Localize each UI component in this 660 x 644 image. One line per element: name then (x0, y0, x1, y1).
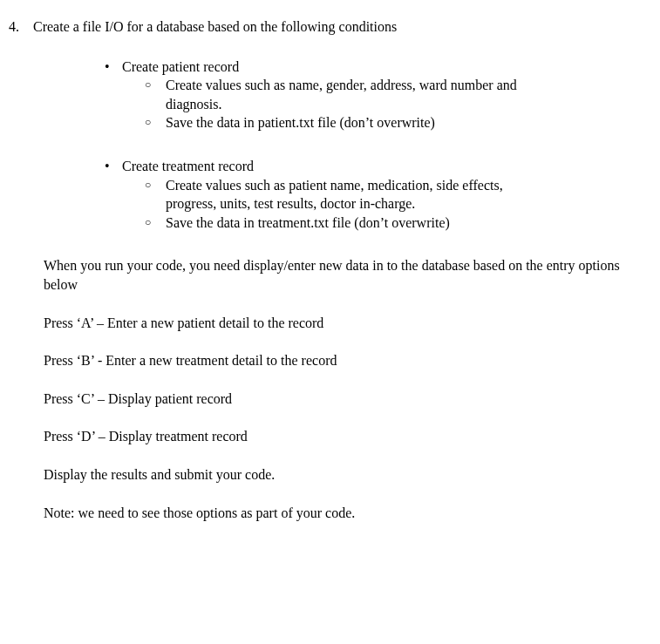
sub-list: Create values such as name, gender, addr… (166, 76, 651, 132)
sub-item: Save the data in patient.txt file (don’t… (166, 113, 651, 132)
bullet-label: Create patient record (122, 59, 239, 74)
requirement-list: Create patient record Create values such… (122, 58, 651, 233)
question-title: Create a file I/O for a database based o… (33, 17, 651, 37)
sub-item: Save the data in treatment.txt file (don… (166, 214, 651, 233)
question-number: 4. (9, 17, 33, 37)
bullet-patient-record: Create patient record Create values such… (122, 58, 651, 132)
sub-item: Create values such as name, gender, addr… (166, 76, 651, 113)
note-paragraph: Note: we need to see those options as pa… (44, 504, 651, 523)
intro-paragraph: When you run your code, you need display… (44, 256, 651, 294)
option-c: Press ‘C’ – Display patient record (44, 390, 651, 409)
question-header: 4. Create a file I/O for a database base… (9, 17, 651, 37)
submit-paragraph: Display the results and submit your code… (44, 465, 651, 485)
bullet-label: Create treatment record (122, 159, 254, 173)
option-a: Press ‘A’ – Enter a new patient detail t… (44, 314, 651, 333)
sub-list: Create values such as patient name, medi… (166, 176, 651, 233)
sub-item: Create values such as patient name, medi… (166, 176, 651, 214)
bullet-treatment-record: Create treatment record Create values su… (122, 157, 651, 232)
option-b: Press ‘B’ - Enter a new treatment detail… (44, 351, 651, 370)
option-d: Press ‘D’ – Display treatment record (44, 427, 651, 446)
